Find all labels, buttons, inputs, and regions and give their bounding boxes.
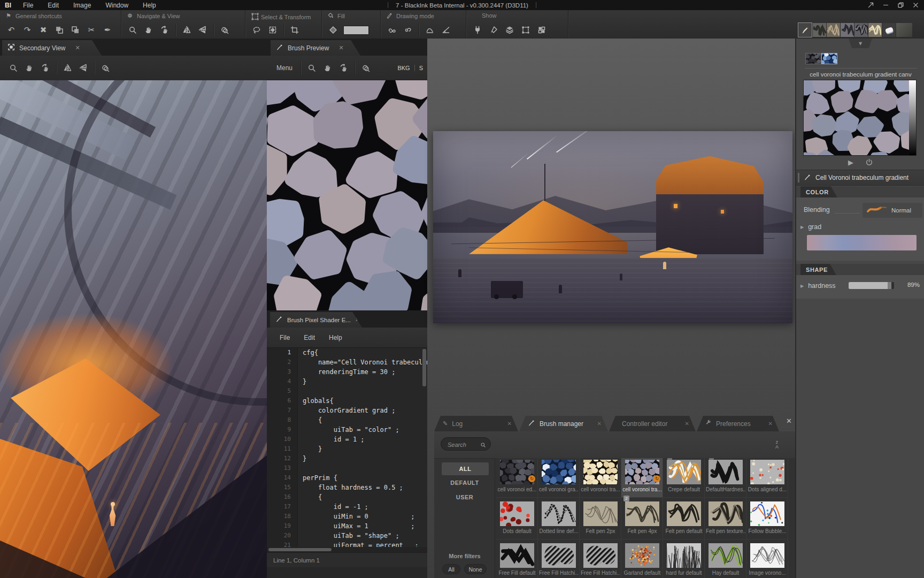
flip-vertical-icon[interactable]	[195, 22, 211, 37]
code-line[interactable]: 20 uiTab = "shape" ;	[267, 531, 427, 541]
brush-item[interactable]: Hay default	[705, 539, 746, 578]
tab-close-icon[interactable]: ✕	[507, 421, 512, 427]
brush-preset-thumb[interactable]	[813, 23, 826, 37]
brush-item[interactable]: 2Felt pen 4px	[621, 498, 663, 539]
code-line[interactable]: 10 id = 1 ;	[267, 435, 427, 444]
tab-controller-editor[interactable]: Controller editor ✕	[609, 416, 696, 431]
tab-brush-manager[interactable]: Brush manager ✕	[519, 416, 608, 431]
tab-close-icon[interactable]: ✕	[597, 421, 602, 427]
tab-shader-editor[interactable]: Brush Pixel Shader E... ✕	[270, 312, 362, 328]
brush-item[interactable]: Dots default	[496, 498, 538, 539]
brush-variant-thumb[interactable]	[805, 53, 821, 64]
expander-icon[interactable]: ▶	[800, 284, 804, 288]
flip-vertical-icon[interactable]	[75, 60, 91, 76]
line-smooth-icon[interactable]	[422, 22, 438, 37]
brush-thumbnail[interactable]	[542, 460, 576, 484]
pan-hand-icon[interactable]	[320, 60, 336, 76]
code-line[interactable]: 6globals{	[267, 396, 427, 406]
zoom-icon[interactable]	[125, 22, 141, 37]
brush-preset-thumb[interactable]	[854, 23, 868, 37]
vertical-scrollbar[interactable]	[422, 349, 426, 386]
code-line[interactable]: 12}	[267, 454, 427, 463]
code-line[interactable]: 17 id = -1 ;	[267, 502, 427, 512]
zoom-icon[interactable]	[5, 60, 21, 76]
brush-variant-thumb[interactable]	[821, 53, 837, 64]
brush-item[interactable]: Free Fill default	[496, 539, 538, 578]
blending-mode-dropdown[interactable]: Normal	[863, 203, 922, 218]
brush-thumbnail[interactable]	[709, 543, 743, 568]
collapse-chevron[interactable]: ▼	[849, 39, 872, 48]
gradient-editor-bar[interactable]	[807, 235, 917, 250]
code-line[interactable]: 2 name="Cell Voronoi trabeculum	[267, 358, 427, 367]
brush-preview-canvas[interactable]	[267, 80, 427, 310]
tab-close-icon[interactable]: ✕	[75, 44, 80, 51]
code-line[interactable]: 3 renderingTime = 30 ;	[267, 367, 427, 377]
brush-item[interactable]: Felt pen 2px	[580, 498, 621, 539]
select-none-button[interactable]: None	[464, 564, 487, 574]
brush-thumbnail[interactable]	[542, 543, 576, 568]
code-line[interactable]: 14perPrim {	[267, 473, 427, 483]
secondary-view-canvas[interactable]	[0, 80, 267, 578]
crop-icon[interactable]	[287, 22, 303, 37]
editor-menu-help[interactable]: Help	[329, 334, 342, 341]
zoom-reset-icon[interactable]	[97, 60, 113, 76]
code-line[interactable]: 11 }	[267, 444, 427, 454]
rotate-view-icon[interactable]	[37, 60, 53, 76]
tab-secondary-view[interactable]: Secondary View ✕	[2, 40, 102, 56]
brush-thumbnail[interactable]	[625, 543, 659, 568]
lasso-icon[interactable]	[249, 22, 265, 37]
flip-horizontal-icon[interactable]	[179, 22, 195, 37]
code-line[interactable]: 1cfg{	[267, 348, 427, 358]
menu-edit[interactable]: Edit	[48, 2, 59, 9]
power-icon[interactable]	[865, 158, 873, 168]
brush-thumbnail[interactable]	[667, 460, 701, 484]
brush-item[interactable]: ↻cell voronoi ed...	[496, 458, 538, 498]
redo-icon[interactable]: ↷	[19, 22, 35, 37]
brush-thumbnail[interactable]	[583, 460, 618, 484]
stroke-loop-icon[interactable]	[384, 22, 400, 37]
pen-icon[interactable]: ✒	[99, 22, 116, 37]
rotate-view-icon[interactable]	[336, 60, 352, 76]
tab-log[interactable]: ✎ Log ✕	[434, 416, 518, 431]
brush-thumbnail[interactable]	[625, 501, 659, 526]
tab-preferences[interactable]: Preferences ✕	[697, 416, 779, 431]
code-line[interactable]: 9 uiTab = "color" ;	[267, 425, 427, 435]
stroke-loop-alt-icon[interactable]	[400, 22, 416, 37]
code-line[interactable]: 7 colorGradient grad ;	[267, 406, 427, 415]
brush-thumbnail[interactable]	[500, 543, 534, 568]
brush-thumbnail[interactable]	[667, 543, 701, 568]
clear-icon[interactable]: ✖	[35, 22, 51, 37]
brush-item[interactable]: Felt pen default	[663, 498, 705, 539]
close-icon[interactable]	[909, 1, 922, 10]
brush-item[interactable]: Free Fill Hatchi...	[538, 539, 580, 578]
bkg-s-toggle[interactable]: S	[419, 65, 423, 71]
copy-icon[interactable]	[51, 22, 67, 37]
editor-menu-file[interactable]: File	[280, 334, 290, 341]
show-brush-icon[interactable]	[486, 22, 502, 37]
bkg-toggle[interactable]: BKG	[397, 65, 410, 71]
color-section-tab[interactable]: COLOR	[800, 186, 837, 197]
filter-default-button[interactable]: DEFAULT	[434, 480, 495, 486]
filter-user-button[interactable]: USER	[434, 494, 495, 500]
pin-window-icon[interactable]	[864, 1, 877, 10]
editor-menu-edit[interactable]: Edit	[304, 334, 315, 341]
brush-thumbnail[interactable]	[667, 501, 701, 526]
brush-item[interactable]: Felt pen texture...	[705, 498, 746, 539]
tab-close-icon[interactable]: ✕	[685, 421, 689, 427]
grid-icon[interactable]	[534, 22, 550, 37]
brush-preset-thumb[interactable]	[841, 23, 854, 37]
eraser-icon[interactable]	[882, 23, 896, 37]
pan-hand-icon[interactable]	[141, 22, 157, 37]
brush-item[interactable]: Image vorono...	[746, 539, 788, 578]
code-line[interactable]: 5	[267, 386, 427, 396]
cut-icon[interactable]: ✂	[83, 22, 99, 37]
brush-thumbnail[interactable]	[750, 543, 784, 568]
brush-preset-thumb[interactable]	[868, 23, 882, 37]
brush-thumbnail[interactable]	[583, 501, 618, 526]
tab-close-icon[interactable]: ✕	[338, 44, 343, 51]
menu-button[interactable]: Menu	[271, 64, 298, 72]
transform-icon[interactable]	[265, 22, 281, 37]
brush-thumbnail[interactable]	[709, 501, 743, 526]
search-input[interactable]	[446, 438, 481, 451]
code-editor[interactable]: 1cfg{2 name="Cell Voronoi trabeculum3 re…	[267, 348, 427, 547]
